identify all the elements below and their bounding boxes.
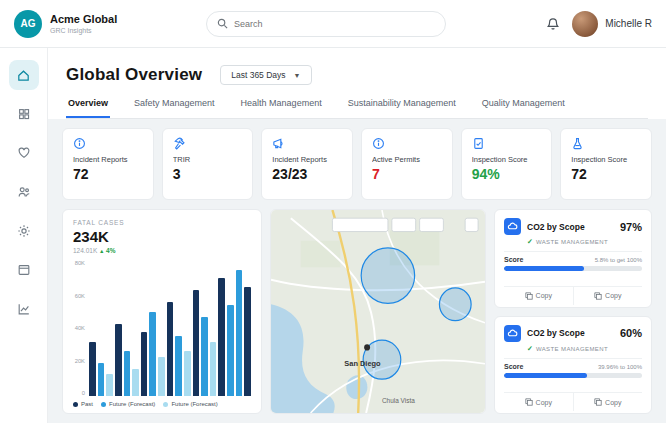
y-tick: 60K bbox=[73, 293, 85, 299]
bar bbox=[244, 287, 251, 396]
map-label-san-diego: San Diego bbox=[344, 359, 381, 368]
bar bbox=[175, 336, 182, 396]
kpi-label: Incident Reports bbox=[272, 155, 342, 164]
legend-dot bbox=[163, 402, 168, 407]
chevron-down-icon: ▼ bbox=[294, 72, 301, 79]
user-menu[interactable]: Michelle R bbox=[572, 11, 652, 37]
copy-button[interactable]: Copy bbox=[573, 287, 643, 305]
kpi-label: Inspection Score bbox=[571, 155, 641, 164]
copy-button[interactable]: Copy bbox=[504, 287, 573, 305]
sidebar bbox=[0, 48, 48, 423]
sidebar-item-reports[interactable] bbox=[9, 255, 39, 285]
map-control[interactable] bbox=[392, 218, 416, 231]
copy-button[interactable]: Copy bbox=[504, 393, 573, 411]
bar bbox=[106, 374, 113, 396]
kpi-row: Incident Reports 72 TRIR 3 Incident Repo… bbox=[62, 128, 652, 200]
legend-label: Past bbox=[81, 401, 93, 407]
co2-card-title: CO2 by Scope bbox=[527, 328, 585, 338]
user-name: Michelle R bbox=[605, 18, 652, 29]
bar bbox=[218, 278, 225, 396]
checklist-icon bbox=[472, 137, 485, 150]
bar bbox=[89, 342, 96, 396]
bar bbox=[115, 324, 122, 396]
map-control[interactable] bbox=[465, 218, 478, 231]
date-range-value: Last 365 Days bbox=[231, 70, 285, 80]
chart-legend: Past Future (Forecast) Future (Forecast) bbox=[73, 401, 251, 407]
kpi-value: 72 bbox=[571, 166, 641, 182]
bar bbox=[158, 357, 165, 396]
kpi-value: 7 bbox=[372, 166, 442, 182]
kpi-label: Inspection Score bbox=[472, 155, 542, 164]
tab-safety-management[interactable]: Safety Management bbox=[132, 98, 217, 118]
map-control[interactable] bbox=[332, 218, 387, 231]
y-tick: 20K bbox=[73, 358, 85, 364]
tab-quality-management[interactable]: Quality Management bbox=[480, 98, 567, 118]
co2-icon bbox=[504, 218, 521, 235]
page-header: Global Overview Last 365 Days ▼ Overview… bbox=[48, 48, 666, 119]
brand-subtitle: GRC Insights bbox=[50, 27, 117, 34]
bar bbox=[210, 342, 217, 396]
chart-secondary-value: 124.01K bbox=[73, 247, 97, 254]
users-icon bbox=[17, 185, 31, 199]
co2-card-value: 97% bbox=[620, 221, 642, 233]
kpi-card-trir[interactable]: TRIR 3 bbox=[162, 128, 254, 200]
bar-chart: 80K 60K 40K 20K 0 bbox=[73, 260, 251, 396]
co2-card-category: WASTE MANAGEMENT bbox=[536, 346, 608, 352]
copy-icon bbox=[525, 398, 533, 406]
tab-overview[interactable]: Overview bbox=[66, 98, 110, 118]
copy-button[interactable]: Copy bbox=[573, 393, 643, 411]
sidebar-item-dashboard[interactable] bbox=[9, 99, 39, 129]
score-label: Score bbox=[504, 256, 523, 263]
legend-dot bbox=[73, 402, 78, 407]
bar bbox=[167, 302, 174, 396]
co2-by-scope-card-1: CO2 by Scope 97% ✓ WASTE MANAGEMENT Scor… bbox=[494, 209, 652, 308]
user-avatar bbox=[572, 11, 598, 37]
map-pin-icon bbox=[364, 344, 370, 350]
search-bar[interactable] bbox=[206, 11, 446, 37]
top-bar: AG Acme Global GRC Insights Michelle R bbox=[0, 0, 666, 48]
bar bbox=[193, 290, 200, 396]
notifications-button[interactable] bbox=[546, 17, 560, 31]
kpi-card-incident-reports-2[interactable]: Incident Reports 23/23 bbox=[261, 128, 353, 200]
bar bbox=[141, 332, 148, 396]
chart-delta: 4% bbox=[99, 247, 115, 254]
sidebar-item-users[interactable] bbox=[9, 177, 39, 207]
date-range-dropdown[interactable]: Last 365 Days ▼ bbox=[220, 65, 311, 85]
bar-chart-bars bbox=[89, 260, 251, 396]
kpi-value: 72 bbox=[73, 166, 143, 182]
info-icon bbox=[73, 137, 86, 150]
search-input[interactable] bbox=[234, 19, 435, 29]
sidebar-item-home[interactable] bbox=[9, 60, 39, 90]
line-chart-icon bbox=[17, 302, 31, 316]
tab-health-management[interactable]: Health Management bbox=[239, 98, 324, 118]
score-note: 39.96% to 100% bbox=[598, 364, 642, 370]
heart-icon bbox=[17, 146, 31, 160]
brand-name: Acme Global bbox=[50, 13, 117, 26]
kpi-card-active-permits[interactable]: Active Permits 7 bbox=[361, 128, 453, 200]
map-bubble bbox=[439, 288, 471, 321]
fatal-cases-chart-card: FATAL CASES 234K 124.01K 4% 80K 60K 40K … bbox=[62, 209, 262, 414]
legend-label: Future (Forecast) bbox=[171, 401, 217, 407]
megaphone-icon bbox=[272, 137, 285, 150]
chart-total-value: 234K bbox=[73, 228, 251, 245]
co2-icon bbox=[504, 325, 521, 342]
co2-by-scope-card-2: CO2 by Scope 60% ✓ WASTE MANAGEMENT Scor… bbox=[494, 316, 652, 415]
bar bbox=[149, 312, 156, 396]
sidebar-item-settings[interactable] bbox=[9, 216, 39, 246]
sidebar-item-analytics[interactable] bbox=[9, 294, 39, 324]
tab-sustainability-management[interactable]: Sustainability Management bbox=[346, 98, 458, 118]
tab-bar: Overview Safety Management Health Manage… bbox=[66, 98, 648, 119]
flask-icon bbox=[571, 137, 584, 150]
kpi-value: 94% bbox=[472, 166, 542, 182]
map-control[interactable] bbox=[420, 218, 444, 231]
co2-card-value: 60% bbox=[620, 327, 642, 339]
copy-icon bbox=[594, 398, 602, 406]
sidebar-item-favorites[interactable] bbox=[9, 138, 39, 168]
kpi-card-inspection-score-2[interactable]: Inspection Score 72 bbox=[560, 128, 652, 200]
kpi-card-incident-reports[interactable]: Incident Reports 72 bbox=[62, 128, 154, 200]
y-tick: 40K bbox=[73, 325, 85, 331]
kpi-card-inspection-score[interactable]: Inspection Score 94% bbox=[461, 128, 553, 200]
chart-title: FATAL CASES bbox=[73, 219, 251, 226]
map[interactable]: San Diego Chula Vista bbox=[270, 209, 486, 414]
sun-icon bbox=[17, 224, 31, 238]
